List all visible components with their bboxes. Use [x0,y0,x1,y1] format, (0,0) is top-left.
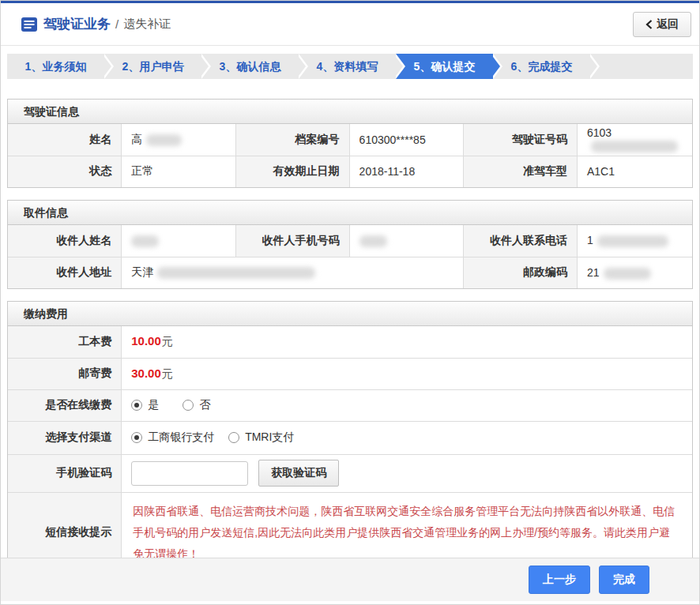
recipient-name-label: 收件人姓名 [8,225,122,257]
previous-step-button[interactable]: 上一步 [529,566,590,594]
file-no-value: 610300****85 [349,124,464,156]
recipient-mobile-value [349,225,464,257]
postcode-label: 邮政编码 [464,257,578,288]
recipient-phone-value: 1 [577,225,692,257]
recipient-phone-label: 收件人联系电话 [464,225,578,257]
table-row: 选择支付渠道 工商银行支付 TMRI支付 [8,421,692,454]
radio-channel-icbc[interactable]: 工商银行支付 [131,430,214,445]
radio-channel-tmri[interactable]: TMRI支付 [228,430,294,445]
redacted-phone [597,235,668,247]
pickup-info-table: 收件人姓名 收件人手机号码 收件人联系电话 1 收件人地址 天津 邮政编码 21 [8,225,692,288]
radio-online-yes[interactable]: 是 [131,398,159,412]
step-5-confirm-submit[interactable]: 5、确认提交 [396,54,493,79]
breadcrumb-separator: / [115,17,119,31]
radio-unselected-icon [183,400,194,411]
table-row: 手机验证码 获取验证码 [8,454,692,492]
online-pay-options: 是 否 [122,389,692,421]
production-fee-value: 10.00元 [122,326,692,358]
recipient-mobile-label: 收件人手机号码 [235,225,349,257]
radio-selected-icon [131,432,142,443]
table-row: 工本费 10.00元 [8,326,692,358]
table-row: 是否在线缴费 是 否 [8,389,692,421]
page: 驾驶证业务 / 遗失补证 返回 1、业务须知 2、用户申告 3、确认信息 4、资… [0,0,700,605]
breadcrumb-current: 遗失补证 [123,17,171,32]
redacted-mobile [359,235,387,247]
recipient-address-label: 收件人地址 [8,257,122,288]
get-captcha-button[interactable]: 获取验证码 [258,460,339,487]
table-row: 邮寄费 30.00元 [8,358,692,389]
recipient-address-value: 天津 [122,257,464,288]
section-pickup-info: 取件信息 收件人姓名 收件人手机号码 收件人联系电话 1 收件人地址 天津 邮政… [7,200,693,289]
section-title-license: 驾驶证信息 [8,100,692,124]
license-card-icon [21,17,37,32]
redacted-postcode [604,268,651,280]
license-info-table: 姓名 高 档案编号 610300****85 驾驶证号码 6103 状态 正常 … [8,124,692,187]
back-button[interactable]: 返回 [633,12,691,37]
radio-label: 是 [148,398,159,412]
redacted-address [157,267,315,279]
redacted-recipient-name [131,235,159,247]
header: 驾驶证业务 / 遗失补证 返回 [1,3,699,46]
section-license-info: 驾驶证信息 姓名 高 档案编号 610300****85 驾驶证号码 6103 … [7,99,693,188]
postcode-value: 21 [577,257,692,288]
section-title-payment: 缴纳费用 [8,302,692,326]
step-2-user-declaration[interactable]: 2、用户申告 [104,54,201,79]
expiry-label: 有效期止日期 [235,156,349,187]
finish-button[interactable]: 完成 [599,566,649,594]
section-payment: 缴纳费用 工本费 10.00元 邮寄费 30.00元 是否在线缴费 是 [7,301,693,573]
vehicle-type-value: A1C1 [577,156,692,187]
name-value: 高 [122,124,236,156]
mail-fee-value: 30.00元 [122,358,692,389]
name-label: 姓名 [8,124,122,156]
table-row: 状态 正常 有效期止日期 2018-11-18 准驾车型 A1C1 [8,156,692,187]
redacted-name [146,134,182,146]
step-6-complete-submit[interactable]: 6、完成提交 [493,54,590,79]
radio-label: TMRI支付 [245,430,294,445]
status-value: 正常 [122,156,236,187]
chevron-left-icon [645,20,653,29]
redacted-license-no [591,141,678,152]
radio-label: 工商银行支付 [148,430,214,445]
table-row: 收件人地址 天津 邮政编码 21 [8,257,692,288]
sms-notice-text: 因陕西省联通、电信运营商技术问题，陕西省互联网交通安全综合服务管理平台无法向持陕… [133,505,675,561]
license-no-label: 驾驶证号码 [464,124,578,156]
page-title: 驾驶证业务 [43,15,111,33]
payment-channel-options: 工商银行支付 TMRI支付 [122,421,692,454]
captcha-controls: 获取验证码 [122,454,692,492]
radio-selected-icon [131,400,142,411]
step-navigation: 1、业务须知 2、用户申告 3、确认信息 4、资料填写 5、确认提交 6、完成提… [7,54,693,79]
footer-action-bar: 上一步 完成 [1,558,699,601]
file-no-label: 档案编号 [235,124,349,156]
table-row: 收件人姓名 收件人手机号码 收件人联系电话 1 [8,225,692,257]
vehicle-type-label: 准驾车型 [464,156,578,187]
online-pay-label: 是否在线缴费 [8,389,122,421]
status-label: 状态 [8,156,122,187]
table-row: 姓名 高 档案编号 610300****85 驾驶证号码 6103 [8,124,692,156]
recipient-name-value [122,225,236,257]
radio-unselected-icon [228,432,239,443]
section-title-pickup: 取件信息 [8,201,692,225]
payment-table: 工本费 10.00元 邮寄费 30.00元 是否在线缴费 是 否 [8,326,692,573]
radio-label: 否 [199,398,210,412]
payment-channel-label: 选择支付渠道 [8,421,122,454]
step-bar-filler [590,54,693,79]
step-1-business-notice[interactable]: 1、业务须知 [7,54,104,79]
captcha-input[interactable] [131,461,248,486]
production-fee-label: 工本费 [8,326,122,358]
radio-online-no[interactable]: 否 [183,398,210,412]
license-no-value: 6103 [577,124,692,156]
back-button-label: 返回 [657,17,679,32]
step-4-fill-materials[interactable]: 4、资料填写 [299,54,396,79]
captcha-label: 手机验证码 [8,454,122,492]
step-3-confirm-info[interactable]: 3、确认信息 [201,54,299,79]
expiry-value: 2018-11-18 [349,156,464,187]
mail-fee-label: 邮寄费 [8,358,122,389]
